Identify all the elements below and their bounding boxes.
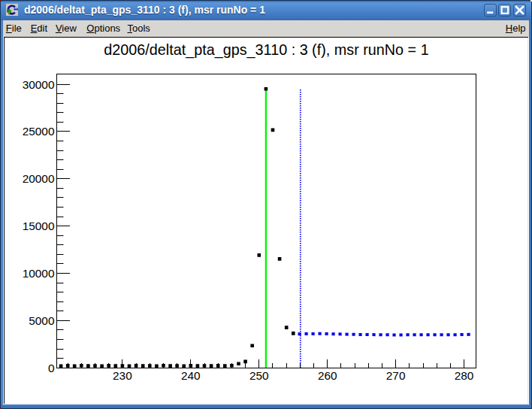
svg-text:10000: 10000 bbox=[23, 267, 55, 280]
svg-text:25000: 25000 bbox=[23, 125, 55, 138]
svg-text:230: 230 bbox=[113, 369, 132, 382]
svg-text:15000: 15000 bbox=[23, 220, 55, 232]
svg-text:5000: 5000 bbox=[29, 314, 54, 327]
svg-text:0: 0 bbox=[48, 362, 55, 374]
svg-text:270: 270 bbox=[386, 369, 406, 382]
svg-text:280: 280 bbox=[455, 369, 474, 382]
svg-text:20000: 20000 bbox=[23, 172, 55, 185]
svg-text:d2006/deltat_pta_gps_3110 : 3: d2006/deltat_pta_gps_3110 : 3 (f), msr r… bbox=[104, 41, 428, 59]
svg-text:250: 250 bbox=[249, 369, 269, 382]
svg-text:240: 240 bbox=[181, 369, 201, 382]
svg-text:260: 260 bbox=[318, 369, 337, 382]
svg-text:30000: 30000 bbox=[23, 78, 55, 91]
